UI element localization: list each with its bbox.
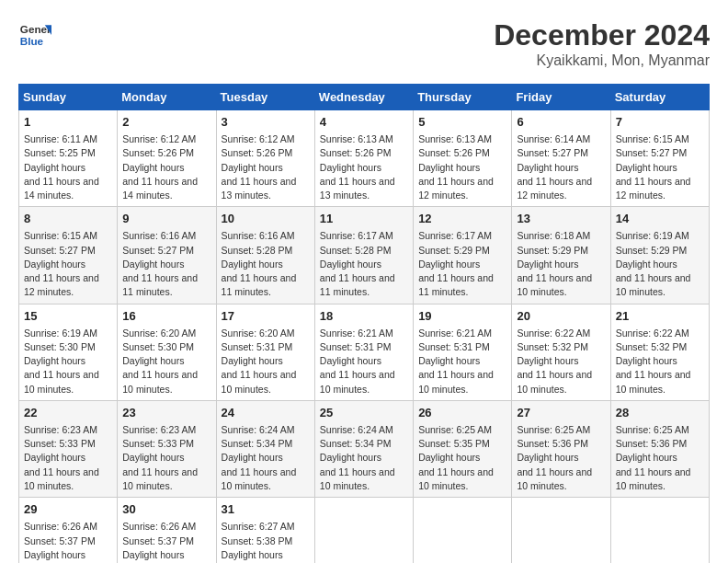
day-info: Sunrise: 6:17 AM Sunset: 5:28 PM Dayligh… bbox=[320, 229, 408, 299]
calendar-cell: 12 Sunrise: 6:17 AM Sunset: 5:29 PM Dayl… bbox=[414, 207, 512, 304]
day-number: 5 bbox=[418, 114, 506, 131]
day-number: 1 bbox=[24, 114, 112, 131]
calendar-cell: 8 Sunrise: 6:15 AM Sunset: 5:27 PM Dayli… bbox=[19, 207, 118, 304]
day-number: 15 bbox=[24, 308, 112, 325]
calendar-cell: 3 Sunrise: 6:12 AM Sunset: 5:26 PM Dayli… bbox=[216, 110, 314, 207]
day-number: 18 bbox=[320, 308, 408, 325]
day-number: 7 bbox=[616, 114, 704, 131]
day-info: Sunrise: 6:21 AM Sunset: 5:31 PM Dayligh… bbox=[418, 327, 506, 396]
calendar-cell: 9 Sunrise: 6:16 AM Sunset: 5:27 PM Dayli… bbox=[118, 207, 216, 304]
day-number: 6 bbox=[517, 114, 605, 131]
calendar-cell: 31 Sunrise: 6:27 AM Sunset: 5:38 PM Dayl… bbox=[216, 498, 314, 563]
calendar-week-row: 22 Sunrise: 6:23 AM Sunset: 5:33 PM Dayl… bbox=[19, 400, 710, 497]
calendar-cell: 18 Sunrise: 6:21 AM Sunset: 5:31 PM Dayl… bbox=[314, 304, 413, 400]
page-header: General Blue December 2024 Kyaikkami, Mo… bbox=[18, 18, 710, 69]
calendar-cell: 27 Sunrise: 6:25 AM Sunset: 5:36 PM Dayl… bbox=[512, 400, 610, 497]
day-info: Sunrise: 6:13 AM Sunset: 5:26 PM Dayligh… bbox=[418, 132, 506, 202]
day-info: Sunrise: 6:14 AM Sunset: 5:27 PM Dayligh… bbox=[517, 132, 605, 202]
day-number: 9 bbox=[122, 211, 210, 227]
calendar-cell: 20 Sunrise: 6:22 AM Sunset: 5:32 PM Dayl… bbox=[512, 304, 610, 400]
logo-icon: General Blue bbox=[18, 18, 51, 52]
day-number: 21 bbox=[616, 308, 704, 325]
calendar-header-wednesday: Wednesday bbox=[314, 85, 413, 110]
calendar-cell: 21 Sunrise: 6:22 AM Sunset: 5:32 PM Dayl… bbox=[610, 304, 709, 400]
day-info: Sunrise: 6:20 AM Sunset: 5:31 PM Dayligh… bbox=[222, 327, 310, 396]
calendar-cell: 1 Sunrise: 6:11 AM Sunset: 5:25 PM Dayli… bbox=[19, 110, 118, 207]
calendar-cell: 4 Sunrise: 6:13 AM Sunset: 5:26 PM Dayli… bbox=[314, 110, 413, 207]
calendar-cell: 7 Sunrise: 6:15 AM Sunset: 5:27 PM Dayli… bbox=[610, 110, 709, 207]
day-number: 23 bbox=[122, 405, 210, 421]
calendar-week-row: 1 Sunrise: 6:11 AM Sunset: 5:25 PM Dayli… bbox=[19, 110, 710, 207]
day-info: Sunrise: 6:21 AM Sunset: 5:31 PM Dayligh… bbox=[320, 327, 408, 396]
calendar-cell bbox=[314, 498, 413, 563]
calendar-cell: 24 Sunrise: 6:24 AM Sunset: 5:34 PM Dayl… bbox=[216, 400, 314, 497]
day-number: 12 bbox=[418, 211, 506, 227]
day-number: 28 bbox=[616, 405, 704, 421]
calendar-cell: 16 Sunrise: 6:20 AM Sunset: 5:30 PM Dayl… bbox=[118, 304, 216, 400]
day-number: 13 bbox=[517, 211, 605, 227]
day-info: Sunrise: 6:16 AM Sunset: 5:28 PM Dayligh… bbox=[222, 229, 310, 299]
day-number: 26 bbox=[418, 405, 506, 421]
calendar-cell: 13 Sunrise: 6:18 AM Sunset: 5:29 PM Dayl… bbox=[512, 207, 610, 304]
logo: General Blue bbox=[18, 18, 55, 52]
calendar-cell: 29 Sunrise: 6:26 AM Sunset: 5:37 PM Dayl… bbox=[19, 498, 118, 563]
calendar-cell: 10 Sunrise: 6:16 AM Sunset: 5:28 PM Dayl… bbox=[216, 207, 314, 304]
location-title: Kyaikkami, Mon, Myanmar bbox=[494, 52, 710, 69]
day-number: 25 bbox=[320, 405, 408, 421]
day-number: 16 bbox=[122, 308, 210, 325]
day-number: 14 bbox=[616, 211, 704, 227]
day-number: 4 bbox=[320, 114, 408, 131]
calendar-cell bbox=[512, 498, 610, 563]
calendar-header-tuesday: Tuesday bbox=[216, 85, 314, 110]
day-number: 29 bbox=[24, 501, 112, 518]
calendar-table: SundayMondayTuesdayWednesdayThursdayFrid… bbox=[18, 84, 710, 563]
day-number: 2 bbox=[122, 114, 210, 131]
day-info: Sunrise: 6:25 AM Sunset: 5:36 PM Dayligh… bbox=[616, 423, 704, 493]
day-info: Sunrise: 6:22 AM Sunset: 5:32 PM Dayligh… bbox=[517, 327, 605, 396]
day-info: Sunrise: 6:22 AM Sunset: 5:32 PM Dayligh… bbox=[616, 327, 704, 396]
day-info: Sunrise: 6:26 AM Sunset: 5:37 PM Dayligh… bbox=[122, 520, 210, 563]
day-info: Sunrise: 6:23 AM Sunset: 5:33 PM Dayligh… bbox=[24, 423, 112, 493]
day-number: 30 bbox=[122, 501, 210, 518]
day-info: Sunrise: 6:19 AM Sunset: 5:29 PM Dayligh… bbox=[616, 229, 704, 299]
calendar-cell: 5 Sunrise: 6:13 AM Sunset: 5:26 PM Dayli… bbox=[414, 110, 512, 207]
day-number: 24 bbox=[222, 405, 310, 421]
day-info: Sunrise: 6:15 AM Sunset: 5:27 PM Dayligh… bbox=[616, 132, 704, 202]
day-number: 19 bbox=[418, 308, 506, 325]
calendar-cell: 19 Sunrise: 6:21 AM Sunset: 5:31 PM Dayl… bbox=[414, 304, 512, 400]
day-info: Sunrise: 6:16 AM Sunset: 5:27 PM Dayligh… bbox=[122, 229, 210, 299]
day-number: 11 bbox=[320, 211, 408, 227]
calendar-cell: 6 Sunrise: 6:14 AM Sunset: 5:27 PM Dayli… bbox=[512, 110, 610, 207]
calendar-cell: 14 Sunrise: 6:19 AM Sunset: 5:29 PM Dayl… bbox=[610, 207, 709, 304]
calendar-week-row: 8 Sunrise: 6:15 AM Sunset: 5:27 PM Dayli… bbox=[19, 207, 710, 304]
calendar-cell: 28 Sunrise: 6:25 AM Sunset: 5:36 PM Dayl… bbox=[610, 400, 709, 497]
calendar-header-thursday: Thursday bbox=[414, 85, 512, 110]
calendar-cell: 15 Sunrise: 6:19 AM Sunset: 5:30 PM Dayl… bbox=[19, 304, 118, 400]
day-info: Sunrise: 6:25 AM Sunset: 5:36 PM Dayligh… bbox=[517, 423, 605, 493]
day-info: Sunrise: 6:11 AM Sunset: 5:25 PM Dayligh… bbox=[24, 132, 112, 202]
calendar-cell: 17 Sunrise: 6:20 AM Sunset: 5:31 PM Dayl… bbox=[216, 304, 314, 400]
calendar-cell: 22 Sunrise: 6:23 AM Sunset: 5:33 PM Dayl… bbox=[19, 400, 118, 497]
day-info: Sunrise: 6:15 AM Sunset: 5:27 PM Dayligh… bbox=[24, 229, 112, 299]
day-number: 3 bbox=[222, 114, 310, 131]
svg-text:General: General bbox=[20, 23, 51, 35]
day-number: 8 bbox=[24, 211, 112, 227]
calendar-header-saturday: Saturday bbox=[610, 85, 709, 110]
calendar-cell: 23 Sunrise: 6:23 AM Sunset: 5:33 PM Dayl… bbox=[118, 400, 216, 497]
day-number: 17 bbox=[222, 308, 310, 325]
calendar-cell: 30 Sunrise: 6:26 AM Sunset: 5:37 PM Dayl… bbox=[118, 498, 216, 563]
day-info: Sunrise: 6:20 AM Sunset: 5:30 PM Dayligh… bbox=[122, 327, 210, 396]
day-info: Sunrise: 6:26 AM Sunset: 5:37 PM Dayligh… bbox=[24, 520, 112, 563]
calendar-header-monday: Monday bbox=[118, 85, 216, 110]
calendar-cell: 11 Sunrise: 6:17 AM Sunset: 5:28 PM Dayl… bbox=[314, 207, 413, 304]
day-info: Sunrise: 6:27 AM Sunset: 5:38 PM Dayligh… bbox=[222, 520, 310, 563]
calendar-week-row: 29 Sunrise: 6:26 AM Sunset: 5:37 PM Dayl… bbox=[19, 498, 710, 563]
day-info: Sunrise: 6:25 AM Sunset: 5:35 PM Dayligh… bbox=[418, 423, 506, 493]
day-number: 20 bbox=[517, 308, 605, 325]
day-number: 27 bbox=[517, 405, 605, 421]
day-info: Sunrise: 6:23 AM Sunset: 5:33 PM Dayligh… bbox=[122, 423, 210, 493]
calendar-header-friday: Friday bbox=[512, 85, 610, 110]
day-number: 31 bbox=[222, 501, 310, 518]
calendar-header-row: SundayMondayTuesdayWednesdayThursdayFrid… bbox=[19, 85, 710, 110]
day-info: Sunrise: 6:18 AM Sunset: 5:29 PM Dayligh… bbox=[517, 229, 605, 299]
